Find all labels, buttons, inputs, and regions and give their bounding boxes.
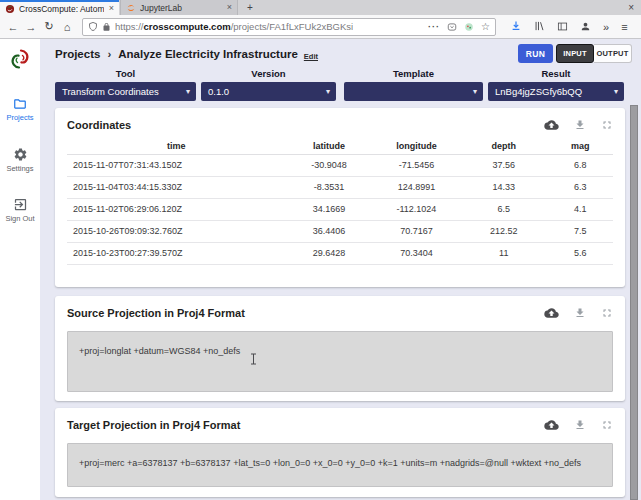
col-depth: depth	[460, 138, 547, 154]
table-row: 2015-11-04T03:44:15.330Z -8.3531 124.899…	[67, 176, 613, 198]
main-content: Projects › Analyze Electricity Infrastru…	[40, 39, 641, 500]
coordinates-table: time latitude longitude depth mag 2015-1…	[67, 138, 613, 265]
tab-close-icon[interactable]: ×	[227, 3, 232, 12]
shield-icon[interactable]	[88, 21, 98, 32]
scrollbar-thumb[interactable]	[630, 105, 638, 500]
extension-icon[interactable]	[464, 18, 474, 36]
source-projection-card: Source Projection in Proj4 Format +proj=…	[55, 296, 625, 401]
breadcrumb-separator: ›	[107, 48, 111, 60]
fullscreen-icon[interactable]	[601, 119, 613, 131]
tool-selector: Tool Transform Coordinates ▾	[55, 68, 196, 101]
tab-title: CrossCompute: Automat	[19, 4, 104, 14]
coordinates-title: Coordinates	[67, 119, 131, 131]
download-icon[interactable]	[574, 307, 586, 319]
upload-cloud-icon[interactable]	[544, 419, 559, 431]
result-selector: Result LnBg4jgZSGfy6bQQ ▾	[488, 68, 624, 101]
table-row: 2015-10-23T00:27:39.570Z 29.6428 70.3404…	[67, 242, 613, 264]
result-select[interactable]: LnBg4jgZSGfy6bQQ ▾	[488, 82, 624, 101]
col-longitude: longitude	[373, 138, 460, 154]
fullscreen-icon[interactable]	[601, 419, 613, 431]
chevron-down-icon: ▾	[326, 87, 330, 96]
breadcrumb: Projects › Analyze Electricity Infrastru…	[55, 45, 318, 63]
downloads-icon[interactable]	[510, 18, 522, 36]
tab-crosscompute[interactable]: CrossCompute: Automat ×	[0, 0, 119, 15]
lock-icon	[102, 22, 111, 32]
sidebar-item-settings[interactable]: Settings	[0, 147, 40, 173]
tab-title: JupyterLab	[140, 3, 222, 13]
target-projection-textarea[interactable]: +proj=merc +a=6378137 +b=6378137 +lat_ts…	[67, 443, 613, 487]
edit-link[interactable]: Edit	[304, 52, 318, 61]
page-scrollbar	[630, 105, 638, 500]
tool-label: Tool	[55, 68, 196, 81]
bookmark-star-icon[interactable]: ☆	[481, 21, 490, 32]
text-cursor-icon	[250, 351, 257, 369]
address-bar[interactable]: https://crosscompute.com/projects/FA1fLx…	[82, 18, 496, 36]
tab-close-icon[interactable]: ×	[109, 4, 114, 13]
coordinates-card: Coordinates time latitude longitude dept…	[55, 108, 625, 287]
new-tab-button[interactable]: +	[243, 0, 257, 15]
table-row: 2015-11-07T07:31:43.150Z -30.9048 -71.54…	[67, 154, 613, 176]
run-button[interactable]: RUN	[518, 44, 553, 63]
sidebar-item-label: Sign Out	[0, 214, 40, 223]
browser-tab-bar: CrossCompute: Automat × JupyterLab × + ×	[0, 0, 641, 15]
col-latitude: latitude	[285, 138, 372, 154]
target-projection-title: Target Projection in Proj4 Format	[67, 419, 240, 431]
sign-out-icon	[13, 197, 28, 212]
result-label: Result	[488, 68, 624, 81]
col-mag: mag	[547, 138, 613, 154]
crosscompute-favicon-icon	[5, 4, 15, 14]
template-selector: Template ▾	[344, 68, 483, 101]
browser-navbar: ← → ↻ ⌂ https://crosscompute.com/project…	[0, 15, 641, 39]
template-select[interactable]: ▾	[344, 82, 483, 101]
crosscompute-logo-icon	[8, 47, 32, 71]
template-label: Template	[344, 68, 483, 81]
sidebar-item-sign-out[interactable]: Sign Out	[0, 197, 40, 223]
sidebar-toggle-icon[interactable]	[557, 18, 568, 36]
page-title: Analyze Electricity Infrastructure	[118, 48, 298, 60]
app-sidebar: Projects Settings Sign Out	[0, 39, 40, 500]
sidebar-item-projects[interactable]: Projects	[0, 97, 40, 122]
page-actions-icon[interactable]: ···	[428, 22, 440, 32]
chevron-down-icon: ▾	[186, 87, 190, 96]
breadcrumb-projects-link[interactable]: Projects	[55, 48, 100, 60]
pocket-icon[interactable]	[447, 18, 457, 36]
source-projection-textarea[interactable]: +proj=longlat +datum=WGS84 +no_defs	[67, 331, 613, 392]
source-projection-title: Source Projection in Proj4 Format	[67, 307, 245, 319]
table-header-row: time latitude longitude depth mag	[67, 138, 613, 154]
tool-select[interactable]: Transform Coordinates ▾	[55, 82, 196, 101]
sidebar-item-label: Projects	[0, 113, 40, 122]
folder-icon	[12, 97, 28, 111]
version-selector: Version 0.1.0 ▾	[201, 68, 336, 101]
output-toggle-button[interactable]: OUTPUT	[594, 44, 632, 63]
input-output-toggle: INPUT OUTPUT	[556, 44, 632, 63]
target-projection-card: Target Projection in Proj4 Format +proj=…	[55, 408, 625, 497]
more-tools-icon[interactable]: »	[603, 21, 609, 33]
col-time: time	[67, 138, 285, 154]
chevron-down-icon: ▾	[614, 87, 618, 96]
sidebar-item-label: Settings	[0, 164, 40, 173]
table-row: 2015-11-02T06:29:06.120Z 34.1669 -112.10…	[67, 198, 613, 220]
back-button[interactable]: ←	[4, 21, 22, 33]
gear-icon	[13, 147, 28, 162]
download-icon[interactable]	[574, 119, 586, 131]
tab-jupyterlab[interactable]: JupyterLab ×	[120, 0, 238, 15]
input-toggle-button[interactable]: INPUT	[556, 44, 594, 63]
fullscreen-icon[interactable]	[601, 307, 613, 319]
library-icon[interactable]	[534, 18, 545, 36]
version-select[interactable]: 0.1.0 ▾	[201, 82, 336, 101]
upload-cloud-icon[interactable]	[544, 119, 559, 131]
table-row: 2015-10-26T09:09:32.760Z 36.4406 70.7167…	[67, 220, 613, 242]
url-text: https://crosscompute.com/projects/FA1fLx…	[115, 21, 353, 32]
window-close-icon[interactable]: ×	[628, 0, 634, 15]
account-icon[interactable]	[580, 18, 591, 36]
upload-cloud-icon[interactable]	[544, 307, 559, 319]
reload-button[interactable]: ↻	[40, 20, 58, 33]
chevron-down-icon: ▾	[473, 87, 477, 96]
download-icon[interactable]	[574, 419, 586, 431]
forward-button[interactable]: →	[22, 21, 40, 33]
jupyter-favicon-icon	[126, 3, 136, 13]
version-label: Version	[201, 68, 336, 81]
menu-hamburger-icon[interactable]: ≡	[621, 21, 627, 33]
home-button[interactable]: ⌂	[58, 21, 76, 33]
